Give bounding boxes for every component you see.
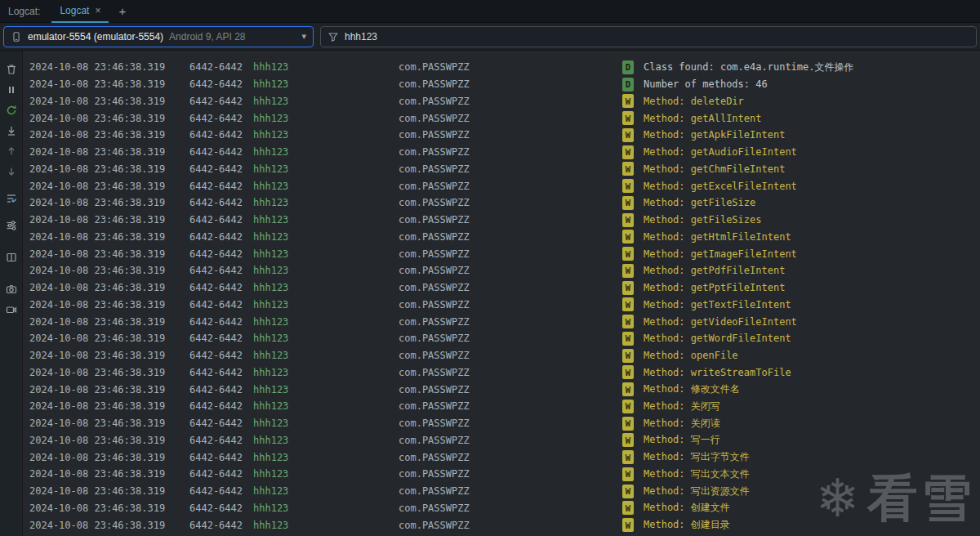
log-row[interactable]: 2024-10-08 23:46:38.3196442-6442hhh123co…	[23, 177, 980, 194]
log-level-badge: W	[622, 450, 634, 464]
log-level-badge: W	[622, 162, 634, 176]
log-pid-tid: 6442-6442	[189, 367, 253, 378]
scroll-to-end-button[interactable]	[2, 122, 20, 140]
log-row[interactable]: 2024-10-08 23:46:38.3196442-6442hhh123co…	[23, 297, 980, 314]
log-timestamp: 2024-10-08 23:46:38.319	[23, 146, 189, 158]
record-screen-button[interactable]	[2, 301, 20, 319]
log-level-badge: W	[622, 417, 634, 431]
log-message: Method: 修改文件名	[644, 382, 740, 396]
log-row[interactable]: 2024-10-08 23:46:38.3196442-6442hhh123co…	[23, 161, 980, 178]
log-row[interactable]: 2024-10-08 23:46:38.3196442-6442hhh123co…	[23, 500, 980, 517]
log-message: Method: getImageFileIntent	[644, 248, 797, 260]
log-package: com.PASSWPZZ	[399, 146, 622, 158]
log-level-badge: W	[622, 349, 634, 363]
log-tag: hhh123	[253, 78, 399, 90]
log-level-badge: W	[622, 145, 634, 159]
log-tag: hhh123	[253, 333, 399, 344]
device-details: Android 9, API 28	[169, 31, 296, 42]
log-package: com.PASSWPZZ	[399, 181, 622, 192]
log-level-badge: W	[622, 315, 634, 328]
log-row[interactable]: 2024-10-08 23:46:38.3196442-6442hhh123co…	[23, 398, 980, 415]
add-tab-icon[interactable]: +	[118, 4, 126, 18]
log-timestamp: 2024-10-08 23:46:38.319	[23, 231, 189, 243]
log-row[interactable]: 2024-10-08 23:46:38.3196442-6442hhh123co…	[23, 76, 980, 93]
log-timestamp: 2024-10-08 23:46:38.319	[23, 452, 189, 463]
next-occurrence-button[interactable]	[2, 163, 20, 181]
log-package: com.PASSWPZZ	[399, 113, 622, 124]
log-message: Method: getTextFileIntent	[644, 299, 791, 310]
pause-logcat-button[interactable]	[2, 81, 20, 99]
log-row[interactable]: 2024-10-08 23:46:38.3196442-6442hhh123co…	[23, 245, 980, 262]
log-row[interactable]: 2024-10-08 23:46:38.3196442-6442hhh123co…	[23, 483, 980, 500]
log-row[interactable]: 2024-10-08 23:46:38.3196442-6442hhh123co…	[23, 262, 980, 279]
log-row[interactable]: 2024-10-08 23:46:38.3196442-6442hhh123co…	[23, 279, 980, 297]
log-timestamp: 2024-10-08 23:46:38.319	[23, 400, 189, 412]
log-tag: hhh123	[253, 113, 399, 124]
log-package: com.PASSWPZZ	[399, 367, 622, 378]
log-tag: hhh123	[253, 282, 399, 293]
log-pid-tid: 6442-6442	[189, 520, 253, 531]
close-icon[interactable]: ×	[95, 6, 100, 16]
log-package: com.PASSWPZZ	[399, 316, 622, 328]
log-row[interactable]: 2024-10-08 23:46:38.3196442-6442hhh123co…	[23, 330, 980, 347]
log-row[interactable]: 2024-10-08 23:46:38.3196442-6442hhh123co…	[23, 466, 980, 483]
clear-logcat-button[interactable]	[2, 60, 20, 78]
previous-occurrence-button[interactable]	[2, 142, 20, 160]
log-row[interactable]: 2024-10-08 23:46:38.3196442-6442hhh123co…	[23, 364, 980, 382]
split-panels-button[interactable]	[2, 248, 20, 266]
log-tag: hhh123	[253, 197, 399, 208]
log-row[interactable]: 2024-10-08 23:46:38.3196442-6442hhh123co…	[23, 516, 980, 534]
log-message: Method: getApkFileIntent	[644, 129, 785, 141]
log-tag: hhh123	[253, 400, 399, 412]
trash-icon	[5, 63, 18, 76]
log-tag: hhh123	[253, 316, 399, 328]
log-tag: hhh123	[253, 146, 399, 158]
log-row[interactable]: 2024-10-08 23:46:38.3196442-6442hhh123co…	[23, 229, 980, 246]
take-screenshot-button[interactable]	[2, 280, 20, 298]
log-pid-tid: 6442-6442	[189, 197, 253, 208]
log-timestamp: 2024-10-08 23:46:38.319	[23, 61, 189, 73]
log-row[interactable]: 2024-10-08 23:46:38.3196442-6442hhh123co…	[23, 144, 980, 161]
log-row[interactable]: 2024-10-08 23:46:38.3196442-6442hhh123co…	[23, 109, 980, 127]
log-row[interactable]: 2024-10-08 23:46:38.3196442-6442hhh123co…	[23, 127, 980, 144]
log-row[interactable]: 2024-10-08 23:46:38.3196442-6442hhh123co…	[23, 449, 980, 466]
log-package: com.PASSWPZZ	[399, 197, 622, 208]
log-row[interactable]: 2024-10-08 23:46:38.3196442-6442hhh123co…	[23, 347, 980, 364]
log-tag: hhh123	[253, 384, 399, 395]
log-pid-tid: 6442-6442	[189, 231, 253, 243]
log-row[interactable]: 2024-10-08 23:46:38.3196442-6442hhh123co…	[23, 432, 980, 449]
tab-logcat[interactable]: Logcat ×	[51, 0, 109, 23]
log-tag: hhh123	[253, 163, 399, 175]
filter-input[interactable]: hhh123	[320, 26, 977, 47]
log-row[interactable]: 2024-10-08 23:46:38.3196442-6442hhh123co…	[23, 381, 980, 398]
log-pid-tid: 6442-6442	[189, 485, 253, 497]
restart-logcat-button[interactable]	[2, 101, 20, 119]
pause-icon	[5, 83, 18, 96]
log-message: Method: writeStreamToFile	[644, 367, 791, 378]
log-row[interactable]: 2024-10-08 23:46:38.3196442-6442hhh123co…	[23, 194, 980, 212]
log-timestamp: 2024-10-08 23:46:38.319	[23, 282, 189, 293]
log-level-badge: W	[622, 501, 634, 515]
log-message: Method: 写出字节文件	[644, 450, 750, 464]
soft-wrap-button[interactable]	[2, 190, 20, 208]
up-arrow-icon	[5, 145, 18, 158]
log-pid-tid: 6442-6442	[189, 435, 253, 446]
chevron-down-icon[interactable]: ▾	[301, 31, 306, 42]
log-message: Method: getFileSize	[644, 197, 755, 208]
log-tag: hhh123	[253, 520, 399, 531]
log-row[interactable]: 2024-10-08 23:46:38.3196442-6442hhh123co…	[23, 59, 980, 76]
device-selector[interactable]: emulator-5554 (emulator-5554) Android 9,…	[3, 26, 314, 47]
log-tag: hhh123	[253, 214, 399, 226]
log-pid-tid: 6442-6442	[189, 129, 253, 141]
device-phone-icon	[11, 31, 22, 42]
configure-logcat-button[interactable]	[2, 217, 20, 234]
log-package: com.PASSWPZZ	[399, 333, 622, 344]
log-timestamp: 2024-10-08 23:46:38.319	[23, 435, 189, 446]
log-row[interactable]: 2024-10-08 23:46:38.3196442-6442hhh123co…	[23, 313, 980, 330]
log-level-badge: W	[622, 400, 634, 413]
log-row[interactable]: 2024-10-08 23:46:38.3196442-6442hhh123co…	[23, 93, 980, 110]
log-row[interactable]: 2024-10-08 23:46:38.3196442-6442hhh123co…	[23, 212, 980, 229]
log-level-badge: W	[622, 128, 634, 142]
log-row[interactable]: 2024-10-08 23:46:38.3196442-6442hhh123co…	[23, 415, 980, 432]
download-arrow-icon	[5, 124, 18, 137]
